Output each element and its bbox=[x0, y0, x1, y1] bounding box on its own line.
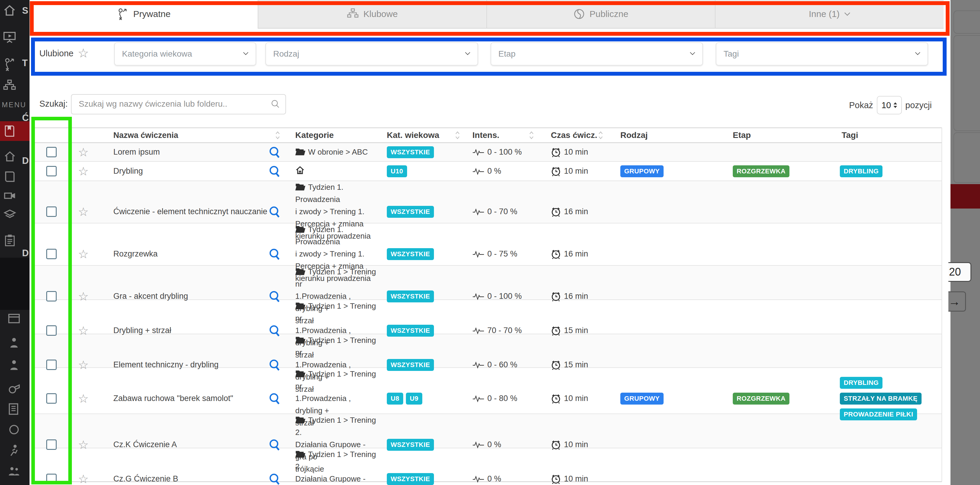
star-icon: ☆ bbox=[78, 47, 89, 60]
time-value: 16 min bbox=[564, 249, 588, 258]
row-checkbox[interactable] bbox=[46, 474, 57, 484]
page-size-stepper[interactable]: 10 bbox=[877, 96, 902, 114]
filter-age-category-dropdown[interactable]: Kategoria wiekowa bbox=[114, 42, 256, 65]
table-row: ☆ Cz.K Ćwiczenie A Tydzien 1 > Trening 2… bbox=[35, 414, 942, 449]
sort-icon[interactable] bbox=[529, 131, 534, 140]
chevron-down-icon bbox=[465, 52, 470, 55]
favorite-star-icon[interactable]: ☆ bbox=[68, 143, 99, 161]
preview-magnifier-icon[interactable] bbox=[269, 165, 281, 177]
club-hierarchy-icon bbox=[347, 8, 359, 20]
age-badge: WSZYSTKIE bbox=[387, 473, 434, 485]
tab-publiczne[interactable]: Publiczne bbox=[487, 0, 715, 29]
circle-icon[interactable] bbox=[8, 423, 20, 436]
sidebar-dark-section bbox=[0, 258, 30, 310]
person-icon[interactable] bbox=[8, 359, 20, 371]
runner-icon[interactable] bbox=[8, 444, 20, 457]
exercise-name: Gra - akcent drybling bbox=[113, 292, 188, 301]
row-checkbox[interactable] bbox=[46, 206, 57, 217]
preview-magnifier-icon[interactable] bbox=[269, 473, 281, 485]
header-checkbox-column bbox=[35, 128, 68, 143]
favorite-star-icon[interactable]: ☆ bbox=[68, 162, 99, 181]
intensity-icon bbox=[473, 250, 484, 258]
exercise-name: Lorem ipsum bbox=[113, 147, 160, 157]
sort-icon[interactable] bbox=[598, 131, 603, 140]
intensity-icon bbox=[473, 475, 484, 483]
book-icon bbox=[3, 125, 16, 138]
table-row: ☆ Cz.G Ćwiczenie B Tydzien 1 > Trening 2… bbox=[35, 449, 942, 482]
sort-icon[interactable] bbox=[455, 131, 460, 140]
table-header: Nazwa ćwiczenia Kategorie Kat. wiekowa I… bbox=[35, 127, 942, 143]
house-icon[interactable] bbox=[3, 151, 16, 163]
underlay-next-arrow-button[interactable]: → bbox=[948, 292, 966, 312]
exercise-name: Rozgrzewka bbox=[113, 249, 158, 258]
tag-badge: DRYBLING bbox=[840, 165, 883, 177]
row-checkbox[interactable] bbox=[46, 393, 57, 404]
home-icon bbox=[295, 166, 305, 175]
preview-magnifier-icon[interactable] bbox=[269, 248, 281, 260]
sidebar-item-exercises[interactable]: Ć bbox=[0, 54, 30, 75]
row-checkbox[interactable] bbox=[46, 147, 57, 157]
filter-kind-dropdown[interactable]: Rodzaj bbox=[266, 42, 478, 65]
layers-icon[interactable] bbox=[3, 209, 16, 221]
age-badge: U8 bbox=[387, 393, 403, 404]
table-row: ☆ Gra - akcent drybling Tydzien 1 > Tren… bbox=[35, 266, 942, 300]
person-icon[interactable] bbox=[8, 337, 20, 349]
clipboard-icon[interactable] bbox=[3, 234, 16, 247]
page-size-suffix: pozycji bbox=[905, 100, 932, 110]
page-size-control: Pokaż 10 pozycji bbox=[849, 96, 932, 114]
sidebar-item-trainings[interactable]: T bbox=[0, 26, 30, 48]
sidebar-item-start[interactable]: S bbox=[0, 0, 30, 21]
intensity-value: 0 - 80 % bbox=[487, 394, 517, 403]
sidebar-label: D bbox=[22, 155, 29, 166]
row-checkbox[interactable] bbox=[46, 249, 57, 259]
clock-icon bbox=[551, 147, 561, 157]
presentation-icon bbox=[3, 30, 16, 43]
filter-stage-dropdown[interactable]: Etap bbox=[491, 42, 703, 65]
folder-icon bbox=[295, 450, 305, 458]
filter-tags-dropdown[interactable]: Tagi bbox=[716, 42, 928, 65]
tab-label: Prywatne bbox=[133, 9, 170, 19]
sidebar-item-plans[interactable]: D bbox=[0, 75, 30, 97]
folder-icon bbox=[295, 302, 305, 310]
sort-icon[interactable] bbox=[275, 131, 280, 140]
camera-icon[interactable] bbox=[3, 189, 16, 202]
stepper-arrows-icon bbox=[894, 102, 897, 108]
preview-magnifier-icon[interactable] bbox=[269, 206, 281, 218]
dropdown-placeholder: Etap bbox=[498, 49, 515, 59]
row-checkbox[interactable] bbox=[46, 166, 57, 176]
sidebar-item-active[interactable]: D bbox=[0, 121, 30, 141]
intensity-icon bbox=[473, 168, 484, 175]
tab-prywatne[interactable]: Prywatne bbox=[30, 0, 258, 29]
header-time[interactable]: Czas ćwicz. bbox=[546, 128, 615, 143]
people-icon[interactable] bbox=[8, 465, 20, 477]
dropdown-placeholder: Tagi bbox=[724, 49, 739, 59]
search-input[interactable] bbox=[78, 97, 261, 111]
list-icon[interactable] bbox=[8, 403, 20, 415]
tab-inne[interactable]: Inne (1) bbox=[715, 0, 943, 29]
header-age[interactable]: Kat. wiekowa bbox=[381, 128, 469, 143]
header-intensity[interactable]: Intens. bbox=[469, 128, 546, 143]
chevron-down-icon bbox=[844, 12, 850, 16]
tactics-icon bbox=[117, 8, 129, 20]
intensity-icon bbox=[473, 327, 484, 334]
preview-magnifier-icon[interactable] bbox=[269, 146, 281, 158]
favorite-star-icon[interactable]: ☆ bbox=[68, 449, 99, 485]
header-name[interactable]: Nazwa ćwiczenia bbox=[99, 128, 288, 143]
search-box bbox=[71, 94, 286, 114]
tab-klubowe[interactable]: Klubowe bbox=[258, 0, 487, 29]
library-tabs: Prywatne Klubowe Publiczne Inne (1) bbox=[30, 0, 943, 29]
exercise-library-panel: Prywatne Klubowe Publiczne Inne (1) Ulub… bbox=[30, 0, 950, 485]
time-value: 10 min bbox=[564, 147, 588, 157]
age-badge: WSZYSTKIE bbox=[387, 248, 434, 260]
favorites-filter[interactable]: Ulubione ☆ bbox=[39, 47, 89, 60]
book-icon[interactable] bbox=[3, 170, 16, 183]
intensity-icon bbox=[473, 395, 484, 402]
intensity-value: 0 % bbox=[487, 440, 501, 449]
intensity-icon bbox=[473, 441, 484, 449]
exercise-name: Ćwiczenie - element technicznyt nauczani… bbox=[113, 207, 267, 216]
table-row: ☆ Zabawa ruchowa "berek samolot" Tydzien… bbox=[35, 368, 942, 414]
preview-magnifier-icon[interactable] bbox=[269, 393, 281, 404]
search-label: Szukaj: bbox=[39, 99, 68, 109]
window-icon[interactable] bbox=[8, 313, 20, 325]
whistle-icon[interactable] bbox=[8, 382, 20, 395]
